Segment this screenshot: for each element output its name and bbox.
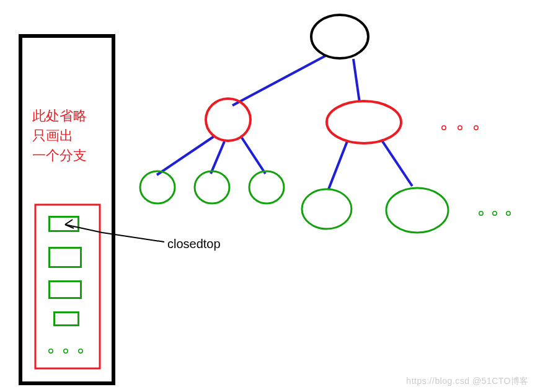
tree-leaf-1: [138, 169, 177, 206]
svg-point-19: [140, 171, 175, 203]
svg-point-27: [479, 212, 483, 215]
svg-line-10: [353, 59, 360, 102]
svg-line-15: [381, 140, 412, 186]
svg-point-29: [506, 212, 510, 215]
svg-point-23: [386, 188, 448, 233]
tree-level1-right: [324, 98, 404, 146]
tree-ellipsis-red: [440, 124, 490, 131]
svg-point-18: [327, 101, 401, 143]
svg-point-20: [195, 171, 229, 203]
svg-point-28: [493, 212, 497, 215]
tree-leaf-3: [247, 169, 286, 206]
tree-leaf-4: [299, 186, 355, 232]
tree-ellipsis-green: [477, 210, 521, 217]
tree-leaf-2: [192, 169, 232, 206]
svg-point-17: [206, 99, 250, 141]
tree-root: [309, 12, 371, 61]
tree-level1-left: [203, 96, 253, 143]
svg-point-25: [458, 126, 462, 130]
svg-point-24: [442, 126, 446, 130]
svg-line-14: [329, 141, 347, 189]
svg-point-21: [249, 171, 284, 203]
svg-point-22: [302, 189, 352, 229]
svg-point-16: [311, 15, 368, 58]
tree-leaf-5: [383, 185, 451, 236]
svg-point-26: [474, 126, 478, 130]
